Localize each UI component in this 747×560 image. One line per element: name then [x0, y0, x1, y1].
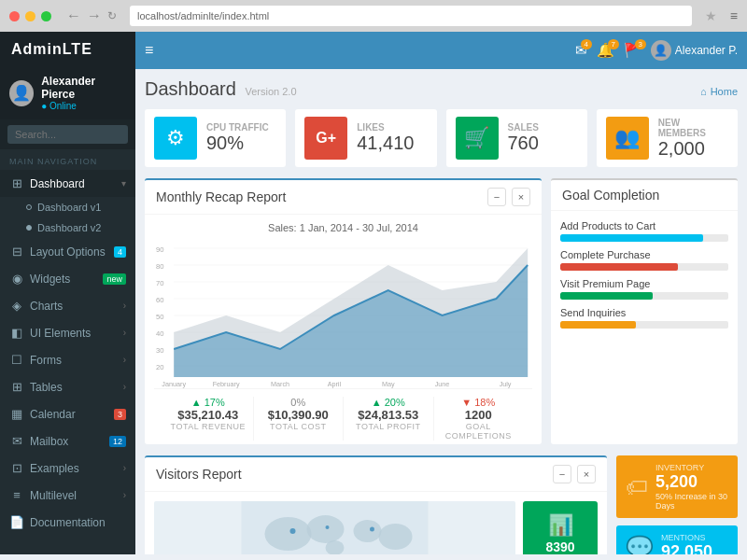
topbar-user[interactable]: 👤 Alexander P. [651, 40, 738, 61]
stat-cell-profit: ▲ 20% $24,813.53 TOTAL PROFIT [344, 397, 434, 441]
chevron-icon: › [123, 382, 126, 392]
stat-value: 41,410 [357, 133, 427, 154]
email-icon[interactable]: ✉ 4 [575, 42, 587, 59]
sidebar-item-label: Calendar [30, 408, 114, 421]
sidebar-item-label: Examples [30, 462, 123, 475]
sidebar-item-label: Multilevel [30, 489, 123, 502]
address-bar[interactable]: localhost/adminlte/index.html [130, 6, 692, 26]
mentions-value: 92,050 [661, 542, 712, 554]
chevron-icon: › [123, 490, 126, 500]
svg-point-32 [326, 525, 330, 529]
goal-bar [560, 263, 678, 271]
home-icon: ⌂ [700, 86, 707, 97]
page-title-group: Dashboard Version 2.0 [145, 78, 297, 100]
sidebar-brand: AdminLTE [0, 32, 135, 67]
sidebar-item-forms[interactable]: ☐ Forms › [0, 346, 135, 373]
mini-card-info: MENTIONS 92,050 [661, 533, 712, 554]
layout-badge: 4 [114, 246, 126, 258]
dot-icon [26, 225, 32, 231]
browser-dot-yellow[interactable] [25, 11, 35, 21]
stat-info: NEW MEMBERS 2,000 [658, 118, 728, 160]
notif-badge: 7 [608, 39, 619, 49]
minimize-button[interactable]: − [553, 465, 571, 483]
minimize-button[interactable]: − [487, 188, 506, 206]
widgets-badge: new [103, 273, 126, 285]
sidebar-toggle[interactable]: ≡ [145, 42, 153, 59]
sidebar-item-layout[interactable]: ⊟ Layout Options 4 [0, 238, 135, 265]
card-title: Monthly Recap Report [156, 189, 286, 204]
visitors-map [154, 501, 515, 554]
app-layout: AdminLTE 👤 Alexander Pierce ● Online MAI… [0, 32, 747, 554]
close-button[interactable]: × [577, 465, 596, 483]
user-info: Alexander Pierce ● Online [41, 75, 126, 111]
chart-subtitle: Sales: 1 Jan, 2014 - 30 Jul, 2014 [154, 222, 532, 233]
cost-label: TOTAL COST [258, 422, 340, 431]
page-version: Version 2.0 [245, 86, 296, 97]
dashboard-icon: ⊞ [9, 176, 24, 190]
sidebar-item-documentation[interactable]: 📄 Documentation [0, 509, 135, 536]
stat-info: LIKES 41,410 [357, 122, 427, 154]
browser-menu-icon[interactable]: ≡ [730, 8, 738, 23]
mailbox-icon: ✉ [9, 434, 24, 448]
stat-box-members: 👥 NEW MEMBERS 2,000 [597, 109, 738, 167]
svg-point-33 [370, 527, 374, 532]
bookmark-icon[interactable]: ★ [705, 8, 717, 23]
goal-bar [560, 292, 653, 300]
members-icon: 👥 [606, 117, 649, 160]
goals-amount: 1200 [438, 408, 520, 422]
notification-icon[interactable]: 🔔 7 [597, 42, 614, 59]
topbar-username: Alexander P. [675, 44, 738, 57]
stats-row: ▲ 17% $35,210.43 TOTAL REVENUE 0% $10,39… [154, 388, 532, 444]
tables-icon: ⊞ [9, 380, 24, 394]
sidebar-search [0, 119, 135, 149]
sidebar-item-examples[interactable]: ⊡ Examples › [0, 455, 135, 482]
svg-point-26 [265, 517, 312, 551]
goal-label: Complete Purchase [560, 249, 728, 260]
svg-text:June: June [435, 380, 450, 388]
sidebar-item-charts[interactable]: ◈ Charts › [0, 292, 135, 319]
flags-icon[interactable]: 🚩 3 [624, 42, 641, 59]
sidebar-item-ui-elements[interactable]: ◧ UI Elements › [0, 319, 135, 346]
browser-chrome: ← → ↻ localhost/adminlte/index.html ★ ≡ [0, 0, 747, 32]
close-button[interactable]: × [512, 188, 530, 206]
sidebar: AdminLTE 👤 Alexander Pierce ● Online MAI… [0, 32, 135, 554]
browser-forward[interactable]: → [87, 7, 102, 24]
docs-icon: 📄 [9, 515, 24, 529]
svg-text:February: February [213, 380, 240, 388]
goal-bar-bg [560, 234, 728, 242]
user-name: Alexander Pierce [41, 75, 126, 101]
sidebar-item-widgets[interactable]: ◉ Widgets new [0, 265, 135, 292]
sidebar-item-tables[interactable]: ⊞ Tables › [0, 373, 135, 400]
right-column: 🏷 INVENTORY 5,200 50% Increase in 30 Day… [616, 455, 738, 554]
green-stat-box: 📊 8390 VISITS [523, 501, 598, 554]
card-tools: − × [553, 465, 596, 483]
browser-dot-green[interactable] [41, 11, 51, 21]
stat-cell-cost: 0% $10,390.90 TOTAL COST [254, 397, 345, 441]
browser-refresh[interactable]: ↻ [107, 9, 117, 22]
visitors-body: 📊 8390 VISITS [154, 501, 598, 554]
sidebar-item-calendar[interactable]: ▦ Calendar 3 [0, 400, 135, 427]
sidebar-item-label: Documentation [30, 516, 126, 529]
cost-change: 0% [258, 397, 340, 408]
sidebar-subitem-dashboard-v1[interactable]: Dashboard v1 [0, 197, 135, 217]
breadcrumb-home[interactable]: Home [711, 86, 738, 97]
charts-icon: ◈ [9, 299, 24, 313]
calendar-badge: 3 [114, 409, 126, 420]
monthly-report-card: Monthly Recap Report − × Sales: 1 Jan, 2… [145, 178, 542, 444]
sidebar-item-mailbox[interactable]: ✉ Mailbox 12 [0, 427, 135, 455]
browser-back[interactable]: ← [66, 7, 81, 24]
search-input[interactable] [7, 125, 128, 144]
charts-row: Monthly Recap Report − × Sales: 1 Jan, 2… [145, 178, 738, 444]
sidebar-item-dashboard[interactable]: ⊞ Dashboard ▾ [0, 170, 135, 197]
sidebar-user: 👤 Alexander Pierce ● Online [0, 67, 135, 119]
page-title: Dashboard [145, 78, 236, 99]
goal-bar-bg [560, 263, 728, 271]
svg-point-29 [354, 520, 382, 542]
goals-label: GOAL COMPLETIONS [438, 422, 520, 441]
sidebar-subitem-dashboard-v2[interactable]: Dashboard v2 [0, 217, 135, 238]
stat-cell-goals: ▼ 18% 1200 GOAL COMPLETIONS [434, 397, 524, 441]
email-badge: 4 [581, 39, 592, 49]
browser-dot-red[interactable] [9, 11, 20, 21]
address-text: localhost/adminlte/index.html [137, 10, 269, 21]
sidebar-item-multilevel[interactable]: ≡ Multilevel › [0, 482, 135, 509]
